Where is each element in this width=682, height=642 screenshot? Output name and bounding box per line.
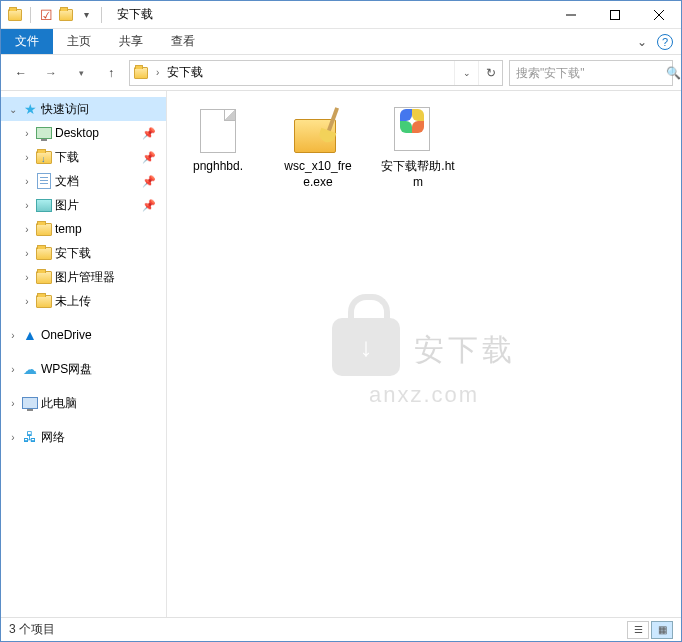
window-title: 安下载 <box>117 6 153 23</box>
help-icon[interactable]: ? <box>657 34 673 50</box>
pc-icon <box>21 397 39 409</box>
open-folder-icon[interactable] <box>58 7 74 23</box>
nav-label: 此电脑 <box>41 395 166 412</box>
close-button[interactable] <box>637 1 681 29</box>
folder-icon <box>35 223 53 236</box>
sidebar-item-label: 图片管理器 <box>55 269 166 286</box>
doc-icon <box>35 173 53 189</box>
pin-icon: 📌 <box>142 127 156 140</box>
sidebar-item-label: 下载 <box>55 149 140 166</box>
view-icons-button[interactable]: ▦ <box>651 621 673 639</box>
sidebar-item[interactable]: ›图片管理器 <box>1 265 166 289</box>
cloud-icon: ☁ <box>21 361 39 377</box>
search-box[interactable]: 🔍 <box>509 60 673 86</box>
sidebar-item[interactable]: ›图片📌 <box>1 193 166 217</box>
nav-wps[interactable]: › ☁ WPS网盘 <box>1 357 166 381</box>
search-input[interactable] <box>516 66 666 80</box>
expand-icon[interactable]: › <box>21 272 33 283</box>
titlebar: ☑ ▾ 安下载 <box>1 1 681 29</box>
file-name: pnghhbd. <box>193 159 243 175</box>
tab-view[interactable]: 查看 <box>157 29 209 54</box>
sidebar-item[interactable]: ›文档📌 <box>1 169 166 193</box>
expand-icon[interactable]: › <box>21 296 33 307</box>
properties-icon[interactable]: ☑ <box>38 7 54 23</box>
sidebar-item[interactable]: ›安下载 <box>1 241 166 265</box>
folder-icon <box>35 271 53 284</box>
expand-icon[interactable]: › <box>21 200 33 211</box>
file-item[interactable]: pnghhbd. <box>177 103 259 179</box>
sidebar-item[interactable]: ›未上传 <box>1 289 166 313</box>
expand-icon[interactable]: › <box>21 224 33 235</box>
nav-label: 快速访问 <box>41 101 166 118</box>
sidebar-item[interactable]: ›Desktop📌 <box>1 121 166 145</box>
expand-icon[interactable]: › <box>21 152 33 163</box>
breadcrumb-segment[interactable]: 安下载 <box>163 61 207 85</box>
sidebar-item-label: 未上传 <box>55 293 166 310</box>
sidebar-item-label: 文档 <box>55 173 140 190</box>
file-item[interactable]: 安下载帮助.htm <box>377 103 459 194</box>
tab-home[interactable]: 主页 <box>53 29 105 54</box>
folder-icon <box>35 247 53 260</box>
recent-dropdown[interactable]: ▾ <box>69 61 93 85</box>
tab-share[interactable]: 共享 <box>105 29 157 54</box>
pin-icon: 📌 <box>142 151 156 164</box>
folder-icon <box>35 295 53 308</box>
nav-quick-access[interactable]: ⌄ ★ 快速访问 <box>1 97 166 121</box>
tab-file[interactable]: 文件 <box>1 29 53 54</box>
download-icon: ↓ <box>35 151 53 164</box>
expand-icon[interactable]: › <box>21 176 33 187</box>
pic-icon <box>35 199 53 212</box>
qat-dropdown-icon[interactable]: ▾ <box>78 7 94 23</box>
nav-label: WPS网盘 <box>41 361 166 378</box>
file-item[interactable]: wsc_x10_free.exe <box>277 103 359 194</box>
navigation-pane: ⌄ ★ 快速访问 ›Desktop📌›↓下载📌›文档📌›图片📌›temp›安下载… <box>1 91 167 617</box>
up-button[interactable]: ↑ <box>99 61 123 85</box>
folder-icon <box>134 67 148 79</box>
search-icon[interactable]: 🔍 <box>666 66 681 80</box>
nav-this-pc[interactable]: › 此电脑 <box>1 391 166 415</box>
expand-icon[interactable]: › <box>7 330 19 341</box>
star-icon: ★ <box>21 101 39 117</box>
folder-icon <box>7 7 23 23</box>
nav-label: OneDrive <box>41 328 166 342</box>
refresh-button[interactable]: ↻ <box>478 61 502 85</box>
status-bar: 3 个项目 ☰ ▦ <box>1 617 681 641</box>
nav-onedrive[interactable]: › ▲ OneDrive <box>1 323 166 347</box>
expand-icon[interactable]: › <box>7 432 19 443</box>
address-bar[interactable]: › 安下载 ⌄ ↻ <box>129 60 503 86</box>
htm-icon <box>394 107 442 155</box>
ribbon-expand-icon[interactable]: ⌄ <box>637 35 647 49</box>
pin-icon: 📌 <box>142 175 156 188</box>
content-area[interactable]: pnghhbd.wsc_x10_free.exe安下载帮助.htm 安下载 an… <box>167 91 681 617</box>
forward-button[interactable]: → <box>39 61 63 85</box>
chevron-right-icon[interactable]: › <box>152 67 163 78</box>
svg-rect-1 <box>611 10 620 19</box>
expand-icon[interactable]: › <box>7 364 19 375</box>
network-icon: 🖧 <box>21 429 39 445</box>
file-name: 安下载帮助.htm <box>381 159 455 190</box>
nav-network[interactable]: › 🖧 网络 <box>1 425 166 449</box>
exe-icon <box>294 107 342 155</box>
file-name: wsc_x10_free.exe <box>281 159 355 190</box>
expand-icon[interactable]: › <box>7 398 19 409</box>
cloud-icon: ▲ <box>21 327 39 343</box>
watermark: 安下载 anxz.com <box>332 318 516 408</box>
back-button[interactable]: ← <box>9 61 33 85</box>
address-dropdown-icon[interactable]: ⌄ <box>454 61 478 85</box>
expand-icon[interactable]: › <box>21 128 33 139</box>
sidebar-item-label: Desktop <box>55 126 140 140</box>
collapse-icon[interactable]: ⌄ <box>7 104 19 115</box>
expand-icon[interactable]: › <box>21 248 33 259</box>
sidebar-item[interactable]: ›temp <box>1 217 166 241</box>
file-icon <box>200 109 236 153</box>
desktop-icon <box>35 127 53 139</box>
minimize-button[interactable] <box>549 1 593 29</box>
navigation-row: ← → ▾ ↑ › 安下载 ⌄ ↻ 🔍 <box>1 55 681 91</box>
sidebar-item[interactable]: ›↓下载📌 <box>1 145 166 169</box>
view-details-button[interactable]: ☰ <box>627 621 649 639</box>
pin-icon: 📌 <box>142 199 156 212</box>
sidebar-item-label: 安下载 <box>55 245 166 262</box>
nav-label: 网络 <box>41 429 166 446</box>
status-count: 3 个项目 <box>9 621 55 638</box>
maximize-button[interactable] <box>593 1 637 29</box>
